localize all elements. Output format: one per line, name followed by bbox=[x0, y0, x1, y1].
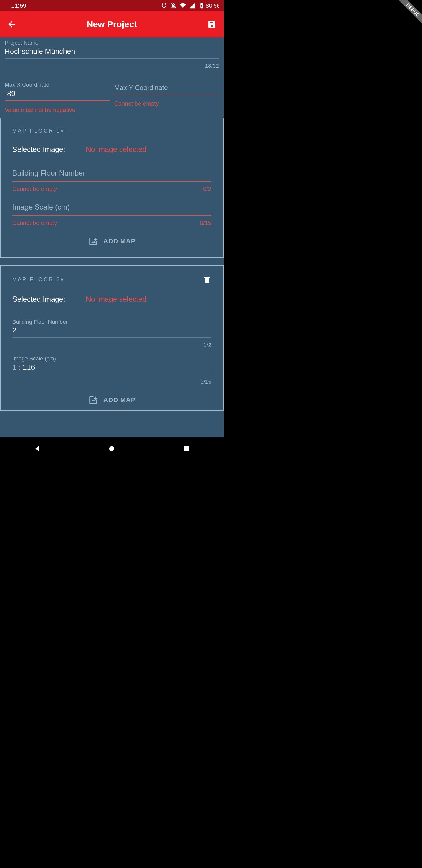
selected-image-row-1: Selected Image: No image selected bbox=[12, 145, 211, 154]
add-map-button-2[interactable]: ADD MAP bbox=[12, 395, 211, 405]
svg-rect-1 bbox=[184, 446, 189, 451]
floor-number-value-2[interactable]: 2 bbox=[12, 325, 211, 338]
save-icon bbox=[207, 20, 217, 29]
floor-number-error-1: Cannot be empty bbox=[12, 186, 57, 192]
max-x-value[interactable]: -89 bbox=[5, 88, 109, 101]
back-button[interactable] bbox=[7, 20, 17, 29]
floor-number-label-2: Building Floor Number bbox=[12, 319, 211, 325]
status-bar: 11:59 80 % bbox=[0, 0, 224, 11]
image-scale-field-2[interactable]: Image Scale (cm) 1 : 116 3/15 bbox=[12, 355, 211, 385]
add-map-label-1: ADD MAP bbox=[103, 238, 136, 245]
add-map-label-2: ADD MAP bbox=[103, 396, 136, 404]
map-floor-title-1: MAP FLOOR 1# bbox=[12, 128, 65, 134]
system-nav-bar bbox=[0, 437, 224, 460]
project-name-value[interactable]: Hochschule München bbox=[5, 46, 219, 59]
svg-point-0 bbox=[109, 446, 114, 451]
alarm-icon bbox=[161, 2, 167, 9]
max-x-label: Max X Coordinate bbox=[5, 82, 109, 88]
arrow-back-icon bbox=[7, 20, 17, 29]
floor-number-counter-2: 1/2 bbox=[204, 342, 211, 348]
max-x-error: Value must not be negative bbox=[5, 107, 75, 114]
nav-recent-button[interactable] bbox=[182, 444, 191, 453]
battery-status: 80 % bbox=[198, 2, 220, 9]
nav-back-button[interactable] bbox=[33, 444, 41, 453]
project-name-label: Project Name bbox=[5, 39, 219, 46]
max-x-field[interactable]: Max X Coordinate -89 Value must not be n… bbox=[5, 82, 109, 115]
image-scale-label-2: Image Scale (cm) bbox=[12, 355, 211, 362]
map-floor-title-2: MAP FLOOR 2# bbox=[12, 277, 65, 283]
nav-home-button[interactable] bbox=[107, 444, 116, 453]
status-time: 11:59 bbox=[11, 2, 27, 9]
image-scale-counter-1: 0/15 bbox=[200, 220, 211, 226]
trash-icon bbox=[202, 275, 211, 284]
map-floor-card-1: MAP FLOOR 1# Selected Image: No image se… bbox=[0, 118, 224, 258]
image-scale-prefix-2: 1 : bbox=[12, 363, 21, 372]
save-button[interactable] bbox=[207, 20, 217, 29]
add-image-icon bbox=[88, 395, 98, 405]
max-y-field[interactable]: Max Y Coordinate Cannot be empty bbox=[114, 82, 219, 115]
floor-number-counter-1: 0/2 bbox=[203, 186, 211, 192]
image-scale-error-1: Cannot be empty bbox=[12, 220, 57, 226]
add-image-icon bbox=[88, 236, 98, 246]
status-right: 80 % bbox=[161, 2, 220, 9]
image-scale-field-1[interactable]: Image Scale (cm) Cannot be empty 0/15 bbox=[12, 203, 211, 226]
selected-image-value-2: No image selected bbox=[86, 295, 147, 304]
image-scale-placeholder-1[interactable]: Image Scale (cm) bbox=[12, 203, 211, 216]
image-scale-value-2[interactable]: 116 bbox=[23, 363, 35, 372]
selected-image-row-2: Selected Image: No image selected bbox=[12, 295, 211, 304]
notifications-off-icon bbox=[170, 2, 177, 9]
selected-image-value-1: No image selected bbox=[86, 145, 147, 154]
floor-number-field-1[interactable]: Building Floor Number Cannot be empty 0/… bbox=[12, 169, 211, 192]
project-name-counter: 18/32 bbox=[205, 63, 219, 69]
max-y-error: Cannot be empty bbox=[114, 100, 159, 107]
app-bar: New Project bbox=[0, 11, 224, 37]
selected-image-label-2: Selected Image: bbox=[12, 295, 65, 304]
floor-number-field-2[interactable]: Building Floor Number 2 1/2 bbox=[12, 319, 211, 348]
battery-percent: 80 % bbox=[205, 2, 220, 9]
project-name-field[interactable]: Project Name Hochschule München 18/32 bbox=[5, 39, 219, 69]
coordinates-row: Max X Coordinate -89 Value must not be n… bbox=[5, 82, 219, 115]
cell-signal-icon bbox=[189, 2, 195, 9]
add-map-button-1[interactable]: ADD MAP bbox=[12, 236, 211, 246]
wifi-icon bbox=[180, 2, 186, 9]
image-scale-counter-2: 3/15 bbox=[200, 379, 211, 385]
content-area: Project Name Hochschule München 18/32 Ma… bbox=[0, 37, 224, 437]
map-floor-card-2: MAP FLOOR 2# Selected Image: No image se… bbox=[0, 265, 224, 411]
floor-number-placeholder-1[interactable]: Building Floor Number bbox=[12, 169, 211, 182]
delete-floor-button-2[interactable] bbox=[202, 275, 211, 284]
page-title: New Project bbox=[87, 19, 137, 29]
selected-image-label-1: Selected Image: bbox=[12, 145, 65, 154]
max-y-label[interactable]: Max Y Coordinate bbox=[114, 82, 219, 94]
